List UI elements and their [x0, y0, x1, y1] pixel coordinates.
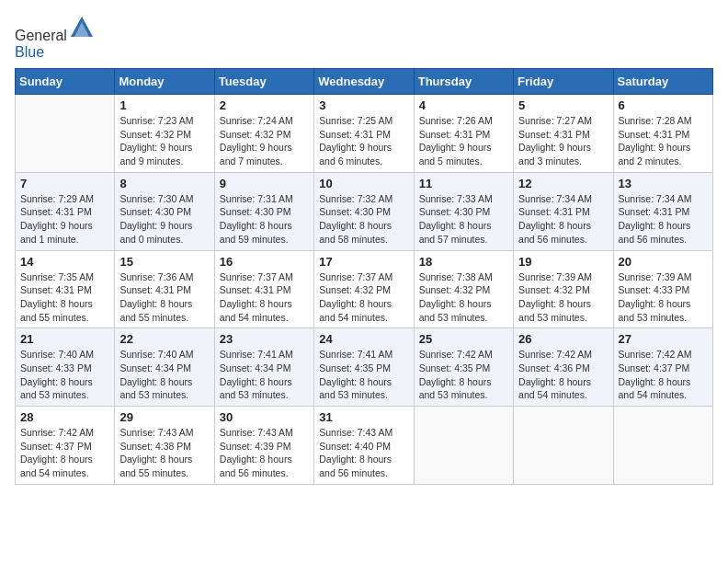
- calendar-cell: 15Sunrise: 7:36 AMSunset: 4:31 PMDayligh…: [115, 250, 214, 328]
- day-info: Sunrise: 7:43 AMSunset: 4:39 PMDaylight:…: [220, 426, 309, 480]
- day-info: Sunrise: 7:43 AMSunset: 4:38 PMDaylight:…: [119, 426, 209, 480]
- weekday-header-friday: Friday: [514, 69, 613, 95]
- calendar-cell: 24Sunrise: 7:41 AMSunset: 4:35 PMDayligh…: [314, 328, 414, 407]
- calendar-cell: 27Sunrise: 7:42 AMSunset: 4:37 PMDayligh…: [613, 328, 712, 407]
- logo-general-text: General: [15, 28, 67, 43]
- weekday-header-sunday: Sunday: [16, 69, 115, 95]
- day-info: Sunrise: 7:24 AMSunset: 4:32 PMDaylight:…: [220, 114, 309, 168]
- day-number: 8: [119, 177, 209, 190]
- calendar-cell: 28Sunrise: 7:42 AMSunset: 4:37 PMDayligh…: [16, 407, 115, 485]
- day-info: Sunrise: 7:32 AMSunset: 4:30 PMDaylight:…: [319, 192, 408, 247]
- day-number: 5: [518, 98, 608, 112]
- day-info: Sunrise: 7:33 AMSunset: 4:30 PMDaylight:…: [419, 192, 508, 247]
- day-number: 6: [619, 98, 708, 112]
- day-number: 23: [220, 332, 309, 346]
- day-number: 7: [20, 177, 109, 190]
- weekday-header-wednesday: Wednesday: [314, 69, 414, 95]
- day-info: Sunrise: 7:41 AMSunset: 4:35 PMDaylight:…: [319, 348, 408, 402]
- day-number: 17: [319, 255, 408, 269]
- calendar-cell: 4Sunrise: 7:26 AMSunset: 4:31 PMDaylight…: [414, 95, 513, 173]
- calendar-cell: 7Sunrise: 7:29 AMSunset: 4:31 PMDaylight…: [16, 172, 115, 250]
- calendar-cell: 3Sunrise: 7:25 AMSunset: 4:31 PMDaylight…: [314, 95, 414, 173]
- day-info: Sunrise: 7:42 AMSunset: 4:36 PMDaylight:…: [518, 348, 608, 402]
- day-info: Sunrise: 7:29 AMSunset: 4:31 PMDaylight:…: [20, 192, 109, 247]
- calendar-header: SundayMondayTuesdayWednesdayThursdayFrid…: [16, 69, 713, 95]
- day-info: Sunrise: 7:42 AMSunset: 4:37 PMDaylight:…: [619, 348, 708, 402]
- calendar-cell: 11Sunrise: 7:33 AMSunset: 4:30 PMDayligh…: [414, 172, 513, 250]
- day-info: Sunrise: 7:27 AMSunset: 4:31 PMDaylight:…: [518, 114, 608, 168]
- calendar-cell: 16Sunrise: 7:37 AMSunset: 4:31 PMDayligh…: [214, 250, 313, 328]
- calendar-cell: 10Sunrise: 7:32 AMSunset: 4:30 PMDayligh…: [314, 172, 414, 250]
- day-number: 15: [119, 255, 209, 269]
- day-info: Sunrise: 7:41 AMSunset: 4:34 PMDaylight:…: [220, 348, 309, 402]
- day-info: Sunrise: 7:37 AMSunset: 4:32 PMDaylight:…: [319, 270, 408, 325]
- logo-blue-text: Blue: [15, 44, 44, 60]
- logo: General Blue: [15, 15, 95, 61]
- day-number: 1: [119, 98, 209, 112]
- weekday-header-saturday: Saturday: [613, 69, 712, 95]
- weekday-header-monday: Monday: [115, 69, 214, 95]
- day-info: Sunrise: 7:26 AMSunset: 4:31 PMDaylight:…: [419, 114, 508, 168]
- day-info: Sunrise: 7:36 AMSunset: 4:31 PMDaylight:…: [119, 270, 209, 325]
- day-number: 12: [518, 177, 608, 190]
- calendar-cell: 19Sunrise: 7:39 AMSunset: 4:32 PMDayligh…: [514, 250, 613, 328]
- calendar-cell: 21Sunrise: 7:40 AMSunset: 4:33 PMDayligh…: [16, 328, 115, 407]
- day-info: Sunrise: 7:42 AMSunset: 4:37 PMDaylight:…: [20, 426, 109, 480]
- calendar-cell: 29Sunrise: 7:43 AMSunset: 4:38 PMDayligh…: [115, 407, 214, 485]
- day-number: 22: [119, 332, 209, 346]
- calendar-cell: 5Sunrise: 7:27 AMSunset: 4:31 PMDaylight…: [514, 95, 613, 173]
- day-number: 21: [20, 332, 109, 346]
- day-number: 10: [319, 177, 408, 190]
- weekday-header-tuesday: Tuesday: [214, 69, 313, 95]
- calendar-cell: 6Sunrise: 7:28 AMSunset: 4:31 PMDaylight…: [613, 95, 712, 173]
- day-number: 20: [619, 255, 708, 269]
- calendar-cell: 20Sunrise: 7:39 AMSunset: 4:33 PMDayligh…: [613, 250, 712, 328]
- page-header: General Blue: [15, 15, 713, 61]
- calendar-cell: 30Sunrise: 7:43 AMSunset: 4:39 PMDayligh…: [214, 407, 313, 485]
- calendar-cell: 31Sunrise: 7:43 AMSunset: 4:40 PMDayligh…: [314, 407, 414, 485]
- calendar-cell: 18Sunrise: 7:38 AMSunset: 4:32 PMDayligh…: [414, 250, 513, 328]
- calendar-cell: 12Sunrise: 7:34 AMSunset: 4:31 PMDayligh…: [514, 172, 613, 250]
- calendar-table: SundayMondayTuesdayWednesdayThursdayFrid…: [15, 68, 713, 485]
- day-number: 29: [119, 410, 209, 424]
- weekday-header-thursday: Thursday: [414, 69, 513, 95]
- day-info: Sunrise: 7:28 AMSunset: 4:31 PMDaylight:…: [619, 114, 708, 168]
- day-number: 31: [319, 410, 408, 424]
- calendar-cell: 14Sunrise: 7:35 AMSunset: 4:31 PMDayligh…: [16, 250, 115, 328]
- day-number: 28: [20, 410, 109, 424]
- day-number: 9: [220, 177, 309, 190]
- day-info: Sunrise: 7:25 AMSunset: 4:31 PMDaylight:…: [319, 114, 408, 168]
- day-number: 26: [518, 332, 608, 346]
- day-info: Sunrise: 7:37 AMSunset: 4:31 PMDaylight:…: [220, 270, 309, 325]
- calendar-cell: 26Sunrise: 7:42 AMSunset: 4:36 PMDayligh…: [514, 328, 613, 407]
- calendar-cell: 8Sunrise: 7:30 AMSunset: 4:30 PMDaylight…: [115, 172, 214, 250]
- day-info: Sunrise: 7:34 AMSunset: 4:31 PMDaylight:…: [619, 192, 708, 247]
- day-number: 2: [220, 98, 309, 112]
- day-info: Sunrise: 7:23 AMSunset: 4:32 PMDaylight:…: [119, 114, 209, 168]
- logo-icon: [69, 15, 95, 40]
- day-number: 19: [518, 255, 608, 269]
- day-info: Sunrise: 7:40 AMSunset: 4:33 PMDaylight:…: [20, 348, 109, 402]
- day-number: 4: [419, 98, 508, 112]
- calendar-cell: [514, 407, 613, 485]
- calendar-cell: 22Sunrise: 7:40 AMSunset: 4:34 PMDayligh…: [115, 328, 214, 407]
- calendar-cell: 13Sunrise: 7:34 AMSunset: 4:31 PMDayligh…: [613, 172, 712, 250]
- day-number: 11: [419, 177, 508, 190]
- day-info: Sunrise: 7:30 AMSunset: 4:30 PMDaylight:…: [119, 192, 209, 247]
- day-number: 24: [319, 332, 408, 346]
- calendar-cell: 25Sunrise: 7:42 AMSunset: 4:35 PMDayligh…: [414, 328, 513, 407]
- day-number: 27: [619, 332, 708, 346]
- calendar-cell: [613, 407, 712, 485]
- calendar-cell: 23Sunrise: 7:41 AMSunset: 4:34 PMDayligh…: [214, 328, 313, 407]
- day-number: 18: [419, 255, 508, 269]
- calendar-cell: 1Sunrise: 7:23 AMSunset: 4:32 PMDaylight…: [115, 95, 214, 173]
- calendar-cell: 9Sunrise: 7:31 AMSunset: 4:30 PMDaylight…: [214, 172, 313, 250]
- day-info: Sunrise: 7:38 AMSunset: 4:32 PMDaylight:…: [419, 270, 508, 325]
- day-number: 3: [319, 98, 408, 112]
- calendar-cell: 17Sunrise: 7:37 AMSunset: 4:32 PMDayligh…: [314, 250, 414, 328]
- day-number: 30: [220, 410, 309, 424]
- calendar-cell: 2Sunrise: 7:24 AMSunset: 4:32 PMDaylight…: [214, 95, 313, 173]
- day-info: Sunrise: 7:31 AMSunset: 4:30 PMDaylight:…: [220, 192, 309, 247]
- day-info: Sunrise: 7:42 AMSunset: 4:35 PMDaylight:…: [419, 348, 508, 402]
- calendar-cell: [16, 95, 115, 173]
